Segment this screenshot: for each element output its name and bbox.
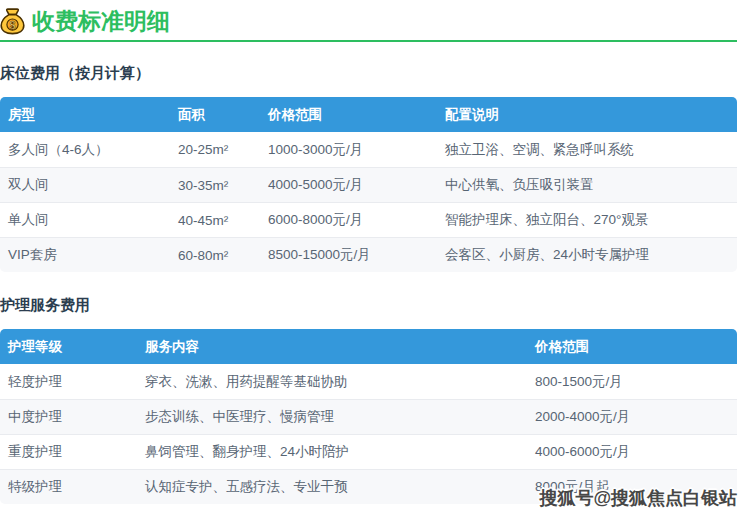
care-fee-table: 护理等级 服务内容 价格范围 轻度护理 穿衣、洗漱、用药提醒等基础协助 800-… (0, 329, 737, 504)
col-header-care-level: 护理等级 (0, 329, 137, 364)
cell-price-range: 6000-8000元/月 (260, 202, 437, 237)
cell-care-level: 轻度护理 (0, 364, 137, 399)
cell-room-type: 单人间 (0, 202, 170, 237)
table-row: VIP套房 60-80m² 8500-15000元/月 会客区、小厨房、24小时… (0, 237, 737, 272)
col-header-price-range: 价格范围 (260, 97, 437, 132)
cell-service-content: 穿衣、洗漱、用药提醒等基础协助 (137, 364, 527, 399)
cell-price-range: 800-1500元/月 (527, 364, 737, 399)
cell-room-type: 多人间（4-6人） (0, 132, 170, 167)
cell-configuration: 会客区、小厨房、24小时专属护理 (437, 237, 737, 272)
page-title: 收费标准明细 (32, 7, 170, 35)
bed-fee-table: 房型 面积 价格范围 配置说明 多人间（4-6人） 20-25m² 1000-3… (0, 97, 737, 272)
cell-service-content: 鼻饲管理、翻身护理、24小时陪护 (137, 434, 527, 469)
table-row: 单人间 40-45m² 6000-8000元/月 智能护理床、独立阳台、270°… (0, 202, 737, 237)
cell-price-range: 4000-5000元/月 (260, 167, 437, 202)
cell-price-range: 8500-15000元/月 (260, 237, 437, 272)
table-row: 多人间（4-6人） 20-25m² 1000-3000元/月 独立卫浴、空调、紧… (0, 132, 737, 167)
col-header-area: 面积 (170, 97, 260, 132)
cell-area: 30-35m² (170, 167, 260, 202)
cell-price-range: 2000-4000元/月 (527, 399, 737, 434)
care-fee-header-row: 护理等级 服务内容 价格范围 (0, 329, 737, 364)
cell-service-content: 认知症专护、五感疗法、专业干预 (137, 469, 527, 504)
section-title-bed-fees: 床位费用（按月计算） (0, 64, 740, 82)
cell-price-range: 1000-3000元/月 (260, 132, 437, 167)
cell-room-type: 双人间 (0, 167, 170, 202)
svg-text:$: $ (10, 18, 16, 30)
col-header-service-content: 服务内容 (137, 329, 527, 364)
cell-configuration: 独立卫浴、空调、紧急呼叫系统 (437, 132, 737, 167)
cell-care-level: 重度护理 (0, 434, 137, 469)
cell-care-level: 特级护理 (0, 469, 137, 504)
page-header: $ 收费标准明细 (0, 0, 737, 42)
cell-configuration: 中心供氧、负压吸引装置 (437, 167, 737, 202)
col-header-room-type: 房型 (0, 97, 170, 132)
cell-service-content: 步态训练、中医理疗、慢病管理 (137, 399, 527, 434)
bed-fee-table-wrap: 房型 面积 价格范围 配置说明 多人间（4-6人） 20-25m² 1000-3… (0, 97, 737, 272)
cell-configuration: 智能护理床、独立阳台、270°观景 (437, 202, 737, 237)
watermark: 搜狐号@搜狐焦点白银站 (539, 486, 737, 510)
cell-area: 40-45m² (170, 202, 260, 237)
table-row: 中度护理 步态训练、中医理疗、慢病管理 2000-4000元/月 (0, 399, 737, 434)
care-fee-table-wrap: 护理等级 服务内容 价格范围 轻度护理 穿衣、洗漱、用药提醒等基础协助 800-… (0, 329, 737, 504)
money-bag-icon: $ (0, 8, 25, 35)
section-title-care-fees: 护理服务费用 (0, 296, 740, 314)
cell-area: 20-25m² (170, 132, 260, 167)
bed-fee-header-row: 房型 面积 价格范围 配置说明 (0, 97, 737, 132)
cell-care-level: 中度护理 (0, 399, 137, 434)
cell-room-type: VIP套房 (0, 237, 170, 272)
cell-area: 60-80m² (170, 237, 260, 272)
table-row: 重度护理 鼻饲管理、翻身护理、24小时陪护 4000-6000元/月 (0, 434, 737, 469)
col-header-price-range: 价格范围 (527, 329, 737, 364)
col-header-configuration: 配置说明 (437, 97, 737, 132)
table-row: 双人间 30-35m² 4000-5000元/月 中心供氧、负压吸引装置 (0, 167, 737, 202)
fee-standard-page: $ 收费标准明细 床位费用（按月计算） 房型 面积 价格范围 配置说明 多人间（… (0, 0, 740, 512)
cell-price-range: 4000-6000元/月 (527, 434, 737, 469)
table-row: 轻度护理 穿衣、洗漱、用药提醒等基础协助 800-1500元/月 (0, 364, 737, 399)
